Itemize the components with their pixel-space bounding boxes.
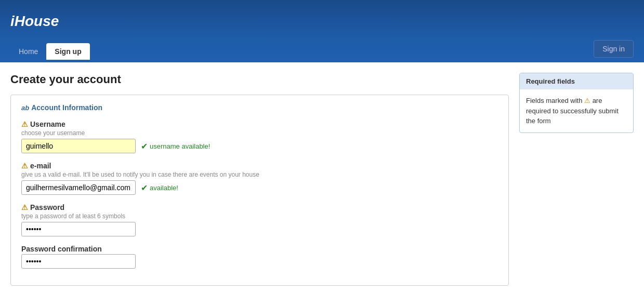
password-hint: type a password of at least 6 symbols <box>21 213 498 220</box>
page-body: Create your account ab Account Informati… <box>0 62 644 291</box>
account-information-section: ab Account Information ⚠ Username choose… <box>10 95 509 286</box>
password-confirm-label: Password confirmation <box>21 245 498 253</box>
username-label: ⚠ Username <box>21 120 498 128</box>
email-label-text: e-mail <box>30 162 51 170</box>
field-group-password-confirm: Password confirmation <box>21 245 498 269</box>
email-hint: give us a valid e-mail. It'll be used to… <box>21 171 498 178</box>
required-fields-box: Required fields Fields marked with ⚠ are… <box>519 73 634 133</box>
password-confirm-input[interactable] <box>21 254 136 269</box>
username-status: ✔ username available! <box>141 141 210 151</box>
nav: Home Sign up Sign in <box>10 40 634 60</box>
email-status-text: available! <box>150 184 178 192</box>
password-label: ⚠ Password <box>21 203 498 211</box>
sidebar: Required fields Fields marked with ⚠ are… <box>519 73 634 291</box>
required-fields-prefix: Fields marked with <box>526 97 582 104</box>
username-status-text: username available! <box>150 142 210 150</box>
email-status: ✔ available! <box>141 183 178 193</box>
password-confirm-row <box>21 254 498 269</box>
field-group-email: ⚠ e-mail give us a valid e-mail. It'll b… <box>21 162 498 195</box>
site-title: iHouse <box>10 5 634 35</box>
password-row <box>21 222 498 236</box>
field-group-username: ⚠ Username choose your username ✔ userna… <box>21 120 498 153</box>
email-row: ✔ available! <box>21 180 498 195</box>
required-icon-inline: ⚠ <box>584 97 593 104</box>
check-icon-username: ✔ <box>141 141 148 151</box>
email-input[interactable] <box>21 180 136 195</box>
username-hint: choose your username <box>21 129 498 137</box>
required-icon-password: ⚠ <box>21 203 28 211</box>
header: iHouse Home Sign up Sign in <box>0 0 644 62</box>
nav-signin[interactable]: Sign in <box>594 40 634 58</box>
username-row: ✔ username available! <box>21 139 498 153</box>
page-title: Create your account <box>10 73 509 86</box>
nav-signup[interactable]: Sign up <box>46 43 89 60</box>
section-title: Account Information <box>31 103 102 112</box>
section-icon: ab <box>21 104 29 112</box>
password-input[interactable] <box>21 222 136 236</box>
email-label: ⚠ e-mail <box>21 162 498 170</box>
username-input[interactable] <box>21 139 136 153</box>
field-group-password: ⚠ Password type a password of at least 6… <box>21 203 498 236</box>
password-confirm-label-text: Password confirmation <box>21 245 102 253</box>
section-header: ab Account Information <box>21 103 498 112</box>
password-label-text: Password <box>30 203 64 211</box>
required-fields-header: Required fields <box>520 73 633 89</box>
main-content: Create your account ab Account Informati… <box>10 73 509 291</box>
required-fields-body: Fields marked with ⚠ are required to suc… <box>520 89 633 133</box>
nav-home[interactable]: Home <box>10 43 46 60</box>
check-icon-email: ✔ <box>141 183 148 193</box>
required-icon-username: ⚠ <box>21 120 28 128</box>
required-icon-email: ⚠ <box>21 162 28 170</box>
username-label-text: Username <box>30 120 65 128</box>
